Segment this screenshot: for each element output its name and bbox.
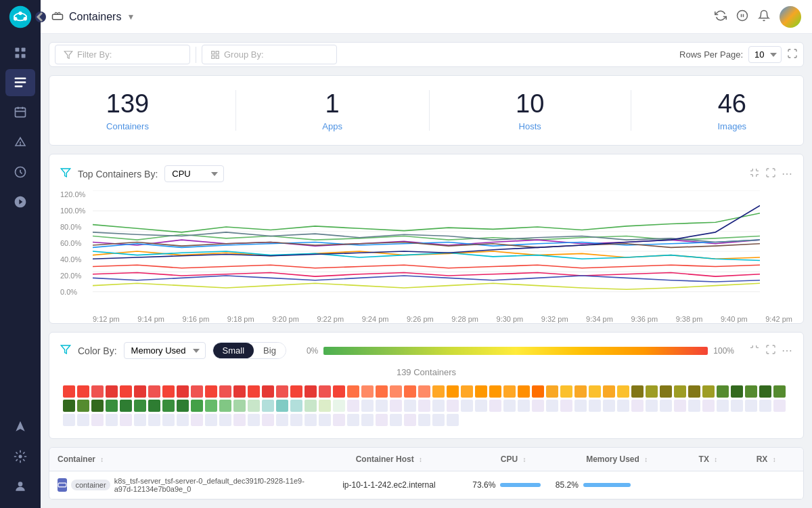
treemap-cell[interactable] <box>134 400 146 412</box>
treemap-cell[interactable] <box>432 385 445 398</box>
treemap-cell[interactable] <box>390 400 402 412</box>
expand-icon[interactable] <box>787 48 798 61</box>
treemap-cell[interactable] <box>233 414 246 426</box>
treemap-cell[interactable] <box>617 385 629 398</box>
treemap-cell[interactable] <box>120 385 132 398</box>
treemap-cell[interactable] <box>489 385 501 398</box>
treemap-cell[interactable] <box>361 385 374 398</box>
treemap-cell[interactable] <box>290 400 302 412</box>
treemap-cell[interactable] <box>63 385 75 398</box>
treemap-cell[interactable] <box>603 385 615 398</box>
treemap-cell[interactable] <box>404 400 416 412</box>
treemap-cell[interactable] <box>262 385 274 398</box>
size-small-btn[interactable]: Small <box>213 343 254 358</box>
treemap-cell[interactable] <box>219 385 231 398</box>
chart-more-icon[interactable]: ⋯ <box>782 167 792 181</box>
tx-sort-icon[interactable]: ↕ <box>714 456 717 463</box>
treemap-cell[interactable] <box>376 400 388 412</box>
sidebar-item-alerts[interactable] <box>5 129 35 156</box>
treemap-cell[interactable] <box>134 385 146 398</box>
treemap-cell[interactable] <box>333 400 345 412</box>
treemap-cell[interactable] <box>191 400 203 412</box>
treemap-cell[interactable] <box>447 414 459 426</box>
treemap-cell[interactable] <box>390 414 402 426</box>
treemap-cell[interactable] <box>91 400 104 412</box>
treemap-cell[interactable] <box>248 400 260 412</box>
sidebar-item-dashboard[interactable] <box>5 39 35 66</box>
treemap-cell[interactable] <box>447 400 459 412</box>
treemap-cell[interactable] <box>702 385 715 398</box>
treemap-cell[interactable] <box>745 400 757 412</box>
treemap-cell[interactable] <box>319 385 331 398</box>
treemap-cell[interactable] <box>404 414 416 426</box>
treemap-cell[interactable] <box>617 400 629 412</box>
sidebar-item-events[interactable] <box>5 99 35 126</box>
treemap-cell[interactable] <box>376 385 388 398</box>
table-row[interactable]: container k8s_tsf-server_tsf-server-0_de… <box>49 471 803 499</box>
treemap-cell[interactable] <box>191 414 203 426</box>
treemap-cell[interactable] <box>77 385 89 398</box>
treemap-cell[interactable] <box>148 400 160 412</box>
treemap-cell[interactable] <box>77 414 89 426</box>
treemap-cell[interactable] <box>162 385 175 398</box>
sidebar-item-captures[interactable] <box>5 158 35 186</box>
treemap-cell[interactable] <box>646 385 658 398</box>
treemap-cell[interactable] <box>461 400 473 412</box>
treemap-cell[interactable] <box>745 385 757 398</box>
treemap-cell[interactable] <box>219 414 231 426</box>
treemap-cell[interactable] <box>503 400 516 412</box>
treemap-cell[interactable] <box>205 385 217 398</box>
treemap-cell[interactable] <box>148 414 160 426</box>
sidebar-collapse-btn[interactable] <box>35 12 46 22</box>
size-big-btn[interactable]: Big <box>254 343 286 358</box>
treemap-cell[interactable] <box>219 400 231 412</box>
treemap-cell[interactable] <box>418 400 430 412</box>
sidebar-item-user[interactable] <box>5 473 35 500</box>
treemap-cell[interactable] <box>688 400 700 412</box>
treemap-cell[interactable] <box>574 400 587 412</box>
treemap-cell[interactable] <box>660 385 672 398</box>
treemap-cell[interactable] <box>262 400 274 412</box>
treemap-cell[interactable] <box>319 400 331 412</box>
treemap-cell[interactable] <box>304 400 317 412</box>
treemap-cell[interactable] <box>347 400 359 412</box>
logo[interactable] <box>0 0 41 34</box>
treemap-cell[interactable] <box>191 385 203 398</box>
treemap-cell[interactable] <box>233 400 246 412</box>
treemap-cell[interactable] <box>106 414 118 426</box>
treemap-cell[interactable] <box>91 414 104 426</box>
colorby-more-icon[interactable]: ⋯ <box>782 344 792 358</box>
treemap-cell[interactable] <box>674 385 686 398</box>
colorby-minimize-icon[interactable] <box>749 344 760 358</box>
treemap-cell[interactable] <box>248 385 260 398</box>
host-sort-icon[interactable]: ↕ <box>419 456 422 463</box>
chart-metric-select[interactable]: CPU Memory Network <box>164 165 224 182</box>
memory-sort-icon[interactable]: ↕ <box>644 456 648 463</box>
group-by-input[interactable]: Group By: <box>202 45 337 64</box>
treemap-cell[interactable] <box>290 385 302 398</box>
treemap-cell[interactable] <box>532 385 544 398</box>
sidebar-item-integrations[interactable] <box>5 443 35 470</box>
pause-icon[interactable] <box>736 9 748 24</box>
treemap-cell[interactable] <box>77 400 89 412</box>
treemap-cell[interactable] <box>304 414 317 426</box>
treemap-cell[interactable] <box>319 414 331 426</box>
treemap-cell[interactable] <box>418 385 430 398</box>
avatar[interactable] <box>780 6 801 28</box>
treemap-cell[interactable] <box>333 414 345 426</box>
treemap-cell[interactable] <box>660 400 672 412</box>
treemap-cell[interactable] <box>205 414 217 426</box>
treemap-cell[interactable] <box>646 400 658 412</box>
treemap-cell[interactable] <box>276 385 288 398</box>
treemap-cell[interactable] <box>631 385 644 398</box>
bell-icon[interactable] <box>758 9 770 24</box>
treemap-cell[interactable] <box>177 385 189 398</box>
treemap-cell[interactable] <box>361 414 374 426</box>
treemap-cell[interactable] <box>120 414 132 426</box>
chart-minimize-icon[interactable] <box>749 167 760 181</box>
treemap-cell[interactable] <box>731 385 743 398</box>
treemap-cell[interactable] <box>63 400 75 412</box>
treemap-cell[interactable] <box>205 400 217 412</box>
treemap-cell[interactable] <box>773 385 786 398</box>
treemap-cell[interactable] <box>361 400 374 412</box>
